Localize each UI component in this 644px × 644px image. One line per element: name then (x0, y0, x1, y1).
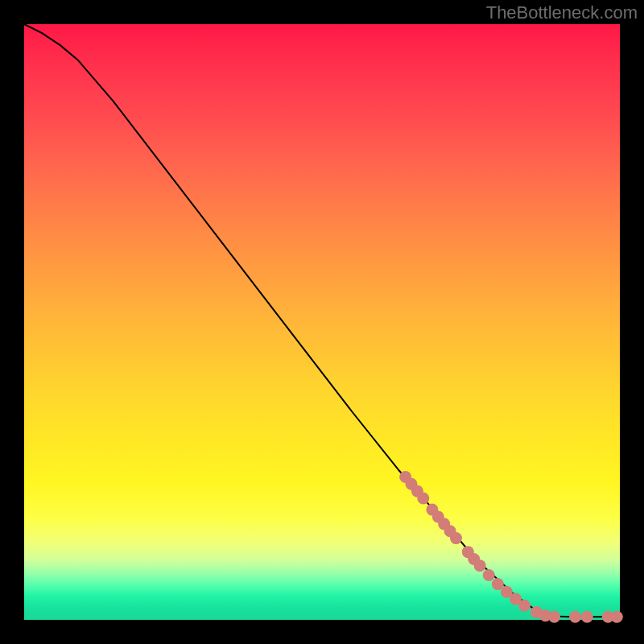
data-marker (581, 611, 593, 623)
markers-group (399, 471, 623, 623)
plot-area (24, 24, 620, 620)
data-marker (474, 559, 486, 572)
chart-svg (24, 24, 620, 620)
data-marker (483, 569, 495, 581)
data-marker (450, 532, 462, 544)
chart-stage: TheBottleneck.com (0, 0, 644, 644)
data-marker (569, 611, 581, 623)
data-marker (548, 611, 560, 623)
data-marker (611, 611, 623, 623)
curve-line (24, 24, 620, 617)
data-marker (518, 600, 530, 612)
watermark-label: TheBottleneck.com (486, 2, 638, 23)
data-marker (417, 493, 429, 505)
